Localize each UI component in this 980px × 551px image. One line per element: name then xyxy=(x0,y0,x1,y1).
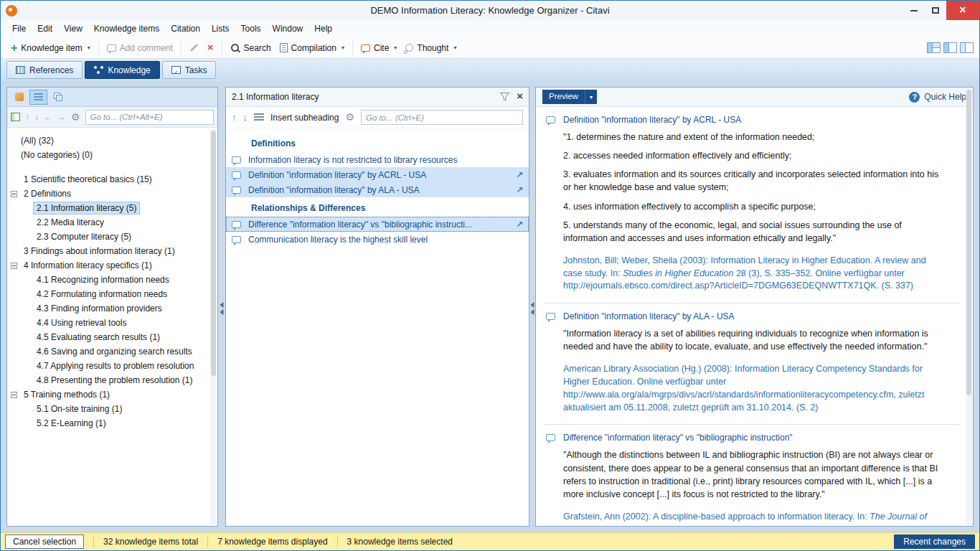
insert-subheading-icon[interactable] xyxy=(254,113,264,121)
close-button[interactable] xyxy=(946,1,979,20)
menu-window[interactable]: Window xyxy=(267,22,309,36)
edit-button[interactable] xyxy=(185,44,203,52)
menu-lists[interactable]: Lists xyxy=(206,22,235,36)
knowledge-list-toolbar: ↑ ↓ Insert subheading xyxy=(226,107,529,128)
knowledge-item-row[interactable]: Information literacy is not restricted t… xyxy=(226,152,529,167)
collapse-panel-icon[interactable] xyxy=(220,302,224,315)
move-left-icon[interactable]: ← xyxy=(44,112,52,122)
tree-item[interactable]: 4.7 Applying results to problem resoluti… xyxy=(7,359,217,373)
insert-subheading-button[interactable]: Insert subheading xyxy=(270,113,339,123)
menu-knowledge-items[interactable]: Knowledge items xyxy=(88,22,165,36)
collapse-icon[interactable] xyxy=(11,392,17,398)
quick-help-button[interactable]: Quick Help xyxy=(909,92,966,103)
preview-scrollbar[interactable] xyxy=(966,88,972,525)
minimize-button[interactable] xyxy=(903,1,925,20)
subheading-relationships[interactable]: Relationships & Differences xyxy=(226,197,529,217)
tree-item[interactable]: 4.2 Formulating information needs xyxy=(7,287,217,301)
collapse-icon[interactable] xyxy=(11,191,17,197)
layout-three-pane-icon[interactable] xyxy=(927,42,941,53)
tree-item[interactable]: 4.4 Using retrieval tools xyxy=(7,316,217,330)
preview-entry-title-row[interactable]: Difference "information literacy" vs "bi… xyxy=(546,433,946,443)
citation-link[interactable]: Johnston, Bill; Weber, Sheila (2003): In… xyxy=(546,255,946,293)
cite-button[interactable]: Cite ▾ xyxy=(357,40,401,56)
splitter-left[interactable] xyxy=(218,87,225,527)
gear-icon[interactable] xyxy=(345,112,354,123)
tree-item[interactable]: 5.2 E-Learning (1) xyxy=(7,416,217,430)
knowledge-item-row-focused[interactable]: Difference "information literacy" vs "bi… xyxy=(226,217,529,232)
move-item-up-icon[interactable]: ↑ xyxy=(232,112,237,123)
scrollbar-thumb[interactable] xyxy=(211,131,216,376)
tab-tasks[interactable]: Tasks xyxy=(162,61,217,79)
tree-item[interactable]: 2 Definitions xyxy=(7,187,217,201)
citation-link[interactable]: Grafstein, Ann (2002): A discipline-base… xyxy=(546,511,946,526)
menu-help[interactable]: Help xyxy=(308,22,338,36)
go-to-reference-icon[interactable] xyxy=(516,220,523,230)
menu-citation[interactable]: Citation xyxy=(165,22,206,36)
category-list-view-button[interactable] xyxy=(29,90,47,105)
tree-item[interactable]: 5.1 On-site training (1) xyxy=(7,402,217,416)
tree-item[interactable]: 2.3 Computer literacy (5) xyxy=(7,230,217,244)
collapse-panel-icon[interactable] xyxy=(531,302,534,315)
subheading-definitions[interactable]: Definitions xyxy=(226,133,529,152)
knowledge-item-row[interactable]: Communication literacy is the highest sk… xyxy=(226,232,529,247)
recent-changes-button[interactable]: Recent changes xyxy=(894,534,975,549)
categories-view-button[interactable] xyxy=(10,90,28,105)
splitter-right[interactable] xyxy=(529,87,535,527)
preview-entry-title-row[interactable]: Definition "information literacy" by ACR… xyxy=(546,115,946,125)
close-list-icon[interactable] xyxy=(517,92,523,102)
preview-entry-title-row[interactable]: Definition "information literacy" by ALA… xyxy=(546,311,946,321)
category-goto-input[interactable] xyxy=(85,110,214,125)
preview-entry: Definition "information literacy" by ALA… xyxy=(545,303,960,425)
gear-icon[interactable] xyxy=(71,112,80,123)
new-category-icon[interactable] xyxy=(11,113,20,121)
menu-view[interactable]: View xyxy=(58,22,88,36)
category-scrollbar[interactable] xyxy=(210,129,217,524)
knowledge-list-panel: 2.1 Information literacy ↑ ↓ Insert subh… xyxy=(225,87,529,527)
tree-item[interactable]: 2.2 Media literacy xyxy=(7,215,217,230)
knowledge-item-button[interactable]: + Knowledge item ▾ xyxy=(6,40,95,56)
tree-item[interactable]: 3 Findings about information literacy (1… xyxy=(7,244,217,258)
move-right-icon[interactable]: → xyxy=(57,112,66,122)
tree-item[interactable]: 1 Scientific theoretical basics (15) xyxy=(7,172,217,187)
tree-item[interactable]: 4.8 Presenting the problem resolution (1… xyxy=(7,373,217,387)
tree-item[interactable]: 4.5 Evaluating search results (1) xyxy=(7,330,217,344)
preview-entry-title: Definition "information literacy" by ALA… xyxy=(563,311,735,321)
maximize-button[interactable] xyxy=(925,1,946,20)
move-down-icon[interactable]: ↓ xyxy=(34,112,39,122)
menu-file[interactable]: File xyxy=(6,22,32,36)
citation-link[interactable]: American Library Association (Hg.) (2008… xyxy=(546,363,946,414)
go-to-reference-icon[interactable] xyxy=(516,185,523,195)
knowledge-item-row-selected[interactable]: Definition "information literacy" by ACR… xyxy=(226,167,529,182)
go-to-reference-icon[interactable] xyxy=(516,170,523,180)
subcategories-view-button[interactable] xyxy=(49,90,67,105)
tree-item[interactable]: 4.1 Recognizing information needs xyxy=(7,273,217,287)
thought-button[interactable]: Thought ▾ xyxy=(401,40,461,56)
compilation-button[interactable]: Compilation ▾ xyxy=(275,40,349,56)
cancel-selection-button[interactable]: Cancel selection xyxy=(5,534,84,549)
tree-item[interactable]: 4.3 Finding information providers xyxy=(7,301,217,316)
tree-item-selected[interactable]: 2.1 Information literacy (5) xyxy=(7,201,217,215)
move-up-icon[interactable]: ↑ xyxy=(25,112,29,122)
collapse-icon[interactable] xyxy=(11,263,17,269)
tree-item[interactable]: 4 Information literacy specifics (1) xyxy=(7,258,217,273)
tree-item-all[interactable]: (All) (32) xyxy=(7,133,217,148)
tree-item[interactable]: 5 Training methods (1) xyxy=(7,387,217,402)
menu-edit[interactable]: Edit xyxy=(32,22,58,36)
tab-references[interactable]: References xyxy=(6,61,83,79)
menu-tools[interactable]: Tools xyxy=(235,22,267,36)
add-comment-button[interactable]: Add comment xyxy=(103,40,177,56)
layout-one-pane-icon[interactable] xyxy=(960,42,974,53)
tree-item-no-categories[interactable]: (No categories) (0) xyxy=(7,148,217,162)
preview-label: Preview xyxy=(542,90,585,104)
move-item-down-icon[interactable]: ↓ xyxy=(243,112,248,123)
delete-button[interactable] xyxy=(203,40,218,56)
layout-two-pane-icon[interactable] xyxy=(943,42,957,53)
knowledge-item-row-selected[interactable]: Definition "information literacy" by ALA… xyxy=(226,182,529,197)
scrollbar-thumb[interactable] xyxy=(966,90,971,395)
filter-icon[interactable] xyxy=(500,93,509,101)
preview-button[interactable]: Preview ▾ xyxy=(542,90,597,104)
tab-knowledge[interactable]: Knowledge xyxy=(85,61,159,79)
tree-item[interactable]: 4.6 Saving and organizing search results xyxy=(7,344,217,359)
search-button[interactable]: Search xyxy=(226,40,275,56)
list-goto-input[interactable] xyxy=(361,110,523,125)
